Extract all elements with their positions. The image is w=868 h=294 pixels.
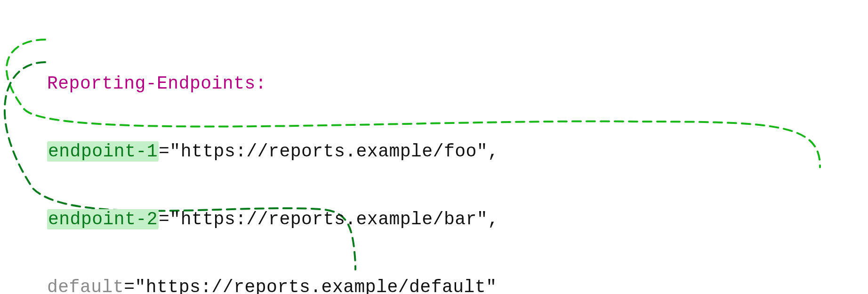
code-block: Reporting-Endpoints: endpoint-1="https:/… <box>47 5 696 294</box>
endpoint-1-line: endpoint-1="https://reports.example/foo"… <box>47 140 696 163</box>
endpoint-default-equals: = <box>124 277 135 294</box>
endpoint-1-equals: = <box>159 141 169 162</box>
diagram-canvas: Reporting-Endpoints: endpoint-1="https:/… <box>0 0 868 294</box>
endpoint-default-url: "https://reports.example/default" <box>135 277 497 294</box>
reporting-endpoints-header: Reporting-Endpoints: <box>47 74 266 94</box>
endpoint-2-trail: , <box>488 209 498 229</box>
reporting-endpoints-header-line: Reporting-Endpoints: <box>47 73 696 95</box>
endpoint-default-line: default="https://reports.example/default… <box>47 276 696 294</box>
endpoint-2-name: endpoint-2 <box>47 209 159 229</box>
endpoint-2-url: "https://reports.example/bar" <box>169 209 488 229</box>
endpoint-1-trail: , <box>488 141 498 162</box>
endpoint-1-url: "https://reports.example/foo" <box>169 141 488 162</box>
endpoint-1-name: endpoint-1 <box>47 141 159 162</box>
endpoint-2-line: endpoint-2="https://reports.example/bar"… <box>47 208 696 231</box>
endpoint-2-equals: = <box>159 209 169 229</box>
endpoint-default-name: default <box>47 277 124 294</box>
